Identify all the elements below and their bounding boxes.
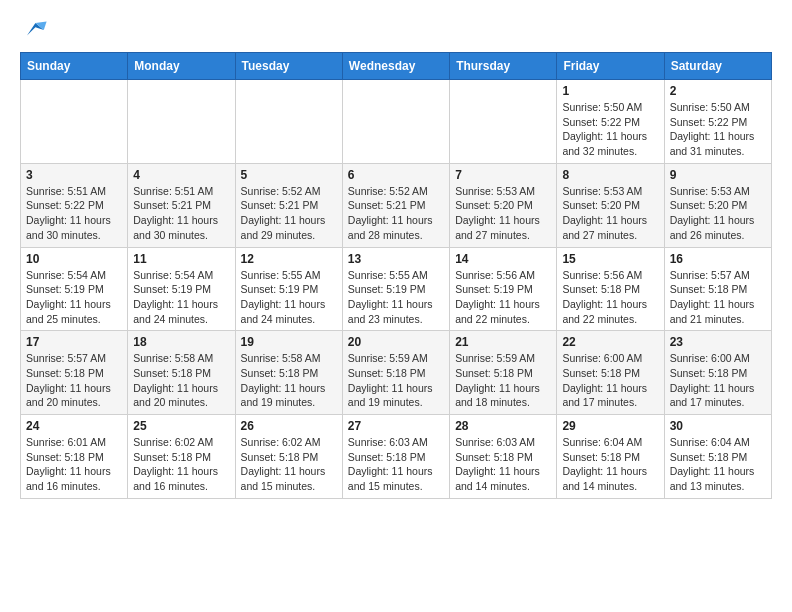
day-info: Sunrise: 6:02 AM Sunset: 5:18 PM Dayligh… — [241, 435, 337, 494]
day-number: 23 — [670, 335, 766, 349]
day-number: 4 — [133, 168, 229, 182]
day-number: 9 — [670, 168, 766, 182]
day-info: Sunrise: 5:53 AM Sunset: 5:20 PM Dayligh… — [670, 184, 766, 243]
logo — [20, 16, 52, 44]
day-number: 13 — [348, 252, 444, 266]
day-number: 7 — [455, 168, 551, 182]
day-info: Sunrise: 5:55 AM Sunset: 5:19 PM Dayligh… — [348, 268, 444, 327]
calendar-week-row: 24Sunrise: 6:01 AM Sunset: 5:18 PM Dayli… — [21, 415, 772, 499]
calendar-week-row: 1Sunrise: 5:50 AM Sunset: 5:22 PM Daylig… — [21, 80, 772, 164]
day-info: Sunrise: 5:53 AM Sunset: 5:20 PM Dayligh… — [455, 184, 551, 243]
calendar-cell: 6Sunrise: 5:52 AM Sunset: 5:21 PM Daylig… — [342, 163, 449, 247]
calendar-cell: 5Sunrise: 5:52 AM Sunset: 5:21 PM Daylig… — [235, 163, 342, 247]
calendar-cell: 3Sunrise: 5:51 AM Sunset: 5:22 PM Daylig… — [21, 163, 128, 247]
day-info: Sunrise: 5:58 AM Sunset: 5:18 PM Dayligh… — [133, 351, 229, 410]
day-info: Sunrise: 5:51 AM Sunset: 5:22 PM Dayligh… — [26, 184, 122, 243]
calendar-cell: 4Sunrise: 5:51 AM Sunset: 5:21 PM Daylig… — [128, 163, 235, 247]
day-number: 5 — [241, 168, 337, 182]
day-number: 15 — [562, 252, 658, 266]
day-info: Sunrise: 5:54 AM Sunset: 5:19 PM Dayligh… — [26, 268, 122, 327]
day-number: 22 — [562, 335, 658, 349]
calendar-cell: 20Sunrise: 5:59 AM Sunset: 5:18 PM Dayli… — [342, 331, 449, 415]
day-number: 26 — [241, 419, 337, 433]
day-info: Sunrise: 6:01 AM Sunset: 5:18 PM Dayligh… — [26, 435, 122, 494]
calendar-table: SundayMondayTuesdayWednesdayThursdayFrid… — [20, 52, 772, 499]
calendar-cell: 16Sunrise: 5:57 AM Sunset: 5:18 PM Dayli… — [664, 247, 771, 331]
calendar-header-tuesday: Tuesday — [235, 53, 342, 80]
day-number: 28 — [455, 419, 551, 433]
day-info: Sunrise: 5:56 AM Sunset: 5:18 PM Dayligh… — [562, 268, 658, 327]
calendar-cell: 26Sunrise: 6:02 AM Sunset: 5:18 PM Dayli… — [235, 415, 342, 499]
calendar-cell: 13Sunrise: 5:55 AM Sunset: 5:19 PM Dayli… — [342, 247, 449, 331]
calendar-cell: 30Sunrise: 6:04 AM Sunset: 5:18 PM Dayli… — [664, 415, 771, 499]
day-info: Sunrise: 5:51 AM Sunset: 5:21 PM Dayligh… — [133, 184, 229, 243]
page-header — [20, 16, 772, 44]
day-info: Sunrise: 5:59 AM Sunset: 5:18 PM Dayligh… — [455, 351, 551, 410]
calendar-header-wednesday: Wednesday — [342, 53, 449, 80]
calendar-week-row: 3Sunrise: 5:51 AM Sunset: 5:22 PM Daylig… — [21, 163, 772, 247]
calendar-cell: 8Sunrise: 5:53 AM Sunset: 5:20 PM Daylig… — [557, 163, 664, 247]
day-info: Sunrise: 5:50 AM Sunset: 5:22 PM Dayligh… — [562, 100, 658, 159]
calendar-cell: 18Sunrise: 5:58 AM Sunset: 5:18 PM Dayli… — [128, 331, 235, 415]
calendar-cell: 14Sunrise: 5:56 AM Sunset: 5:19 PM Dayli… — [450, 247, 557, 331]
calendar-cell: 17Sunrise: 5:57 AM Sunset: 5:18 PM Dayli… — [21, 331, 128, 415]
calendar-cell: 2Sunrise: 5:50 AM Sunset: 5:22 PM Daylig… — [664, 80, 771, 164]
day-number: 10 — [26, 252, 122, 266]
calendar-cell — [342, 80, 449, 164]
day-info: Sunrise: 5:58 AM Sunset: 5:18 PM Dayligh… — [241, 351, 337, 410]
day-number: 8 — [562, 168, 658, 182]
day-number: 6 — [348, 168, 444, 182]
calendar-cell: 10Sunrise: 5:54 AM Sunset: 5:19 PM Dayli… — [21, 247, 128, 331]
calendar-header-thursday: Thursday — [450, 53, 557, 80]
calendar-cell: 22Sunrise: 6:00 AM Sunset: 5:18 PM Dayli… — [557, 331, 664, 415]
day-number: 1 — [562, 84, 658, 98]
day-info: Sunrise: 5:55 AM Sunset: 5:19 PM Dayligh… — [241, 268, 337, 327]
calendar-cell: 24Sunrise: 6:01 AM Sunset: 5:18 PM Dayli… — [21, 415, 128, 499]
calendar-cell: 21Sunrise: 5:59 AM Sunset: 5:18 PM Dayli… — [450, 331, 557, 415]
day-info: Sunrise: 6:04 AM Sunset: 5:18 PM Dayligh… — [670, 435, 766, 494]
day-number: 11 — [133, 252, 229, 266]
day-info: Sunrise: 5:50 AM Sunset: 5:22 PM Dayligh… — [670, 100, 766, 159]
day-info: Sunrise: 6:03 AM Sunset: 5:18 PM Dayligh… — [348, 435, 444, 494]
day-number: 30 — [670, 419, 766, 433]
day-number: 20 — [348, 335, 444, 349]
day-info: Sunrise: 5:57 AM Sunset: 5:18 PM Dayligh… — [670, 268, 766, 327]
calendar-header-sunday: Sunday — [21, 53, 128, 80]
calendar-cell: 23Sunrise: 6:00 AM Sunset: 5:18 PM Dayli… — [664, 331, 771, 415]
calendar-week-row: 17Sunrise: 5:57 AM Sunset: 5:18 PM Dayli… — [21, 331, 772, 415]
day-info: Sunrise: 5:59 AM Sunset: 5:18 PM Dayligh… — [348, 351, 444, 410]
calendar-cell — [235, 80, 342, 164]
calendar-cell: 28Sunrise: 6:03 AM Sunset: 5:18 PM Dayli… — [450, 415, 557, 499]
calendar-header-row: SundayMondayTuesdayWednesdayThursdayFrid… — [21, 53, 772, 80]
calendar-cell: 25Sunrise: 6:02 AM Sunset: 5:18 PM Dayli… — [128, 415, 235, 499]
day-info: Sunrise: 6:04 AM Sunset: 5:18 PM Dayligh… — [562, 435, 658, 494]
day-number: 21 — [455, 335, 551, 349]
day-number: 18 — [133, 335, 229, 349]
day-number: 25 — [133, 419, 229, 433]
calendar-cell: 15Sunrise: 5:56 AM Sunset: 5:18 PM Dayli… — [557, 247, 664, 331]
calendar-cell: 7Sunrise: 5:53 AM Sunset: 5:20 PM Daylig… — [450, 163, 557, 247]
calendar-header-friday: Friday — [557, 53, 664, 80]
day-info: Sunrise: 6:02 AM Sunset: 5:18 PM Dayligh… — [133, 435, 229, 494]
day-number: 12 — [241, 252, 337, 266]
calendar-cell: 27Sunrise: 6:03 AM Sunset: 5:18 PM Dayli… — [342, 415, 449, 499]
day-info: Sunrise: 6:00 AM Sunset: 5:18 PM Dayligh… — [670, 351, 766, 410]
calendar-cell — [21, 80, 128, 164]
day-info: Sunrise: 5:53 AM Sunset: 5:20 PM Dayligh… — [562, 184, 658, 243]
calendar-header-saturday: Saturday — [664, 53, 771, 80]
day-info: Sunrise: 6:03 AM Sunset: 5:18 PM Dayligh… — [455, 435, 551, 494]
calendar-cell: 1Sunrise: 5:50 AM Sunset: 5:22 PM Daylig… — [557, 80, 664, 164]
calendar-header-monday: Monday — [128, 53, 235, 80]
day-number: 17 — [26, 335, 122, 349]
day-number: 3 — [26, 168, 122, 182]
day-number: 24 — [26, 419, 122, 433]
day-number: 16 — [670, 252, 766, 266]
day-info: Sunrise: 5:52 AM Sunset: 5:21 PM Dayligh… — [348, 184, 444, 243]
calendar-cell: 19Sunrise: 5:58 AM Sunset: 5:18 PM Dayli… — [235, 331, 342, 415]
day-number: 27 — [348, 419, 444, 433]
day-number: 14 — [455, 252, 551, 266]
calendar-week-row: 10Sunrise: 5:54 AM Sunset: 5:19 PM Dayli… — [21, 247, 772, 331]
logo-bird-icon — [20, 16, 48, 44]
day-number: 29 — [562, 419, 658, 433]
day-number: 2 — [670, 84, 766, 98]
